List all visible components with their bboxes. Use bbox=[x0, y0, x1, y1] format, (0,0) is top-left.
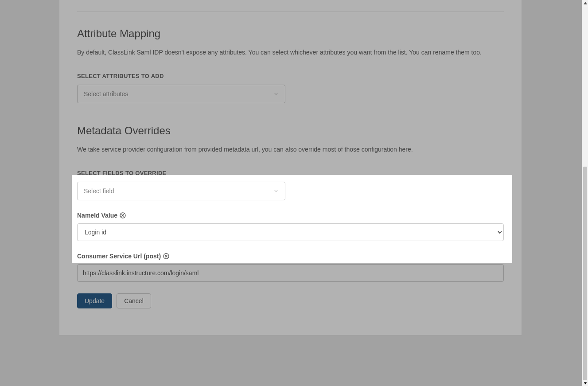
label-consumer-text: Consumer Service Url (post) bbox=[77, 253, 161, 260]
svg-marker-7 bbox=[584, 382, 586, 384]
label-nameid-text: NameId Value bbox=[77, 212, 117, 219]
chevron-down-icon bbox=[273, 91, 279, 97]
consumer-url-input[interactable] bbox=[77, 264, 504, 282]
select-attributes-placeholder: Select attributes bbox=[84, 90, 128, 97]
chevron-down-icon bbox=[273, 188, 279, 194]
select-fields-override-dropdown[interactable]: Select field bbox=[77, 182, 285, 200]
section-title-metadata-overrides: Metadata Overrides bbox=[77, 125, 504, 137]
field-select-override: Select fields to override Select field bbox=[77, 170, 504, 200]
section-title-attribute-mapping: Attribute Mapping bbox=[77, 27, 504, 40]
update-button[interactable]: Update bbox=[77, 293, 112, 308]
field-nameid-value: NameId Value Login id bbox=[77, 212, 504, 241]
attribute-mapping-section: Attribute Mapping By default, ClassLink … bbox=[77, 27, 504, 103]
section-desc-attribute-mapping: By default, ClassLink Saml IDP doesn't e… bbox=[77, 48, 504, 57]
nameid-value-select[interactable]: Login id bbox=[77, 223, 504, 241]
settings-card: Attribute Mapping By default, ClassLink … bbox=[59, 0, 522, 335]
scroll-up-button[interactable] bbox=[582, 0, 588, 6]
section-desc-metadata-overrides: We take service provider configuration f… bbox=[77, 145, 504, 154]
svg-marker-6 bbox=[584, 2, 586, 4]
select-fields-override-placeholder: Select field bbox=[84, 187, 114, 195]
label-consumer-url: Consumer Service Url (post) bbox=[77, 253, 504, 260]
vertical-scrollbar[interactable] bbox=[582, 6, 588, 380]
cancel-button[interactable]: Cancel bbox=[117, 293, 151, 308]
metadata-overrides-section: Metadata Overrides We take service provi… bbox=[77, 125, 504, 308]
remove-nameid-icon[interactable] bbox=[119, 212, 126, 219]
label-select-attributes: Select attributes to add bbox=[77, 73, 504, 79]
scroll-down-button[interactable] bbox=[582, 380, 588, 386]
label-nameid-value: NameId Value bbox=[77, 212, 504, 219]
page: Attribute Mapping By default, ClassLink … bbox=[0, 0, 588, 386]
dim-right bbox=[512, 175, 582, 263]
scrollbar-thumb[interactable] bbox=[583, 167, 587, 384]
label-select-fields-override: Select fields to override bbox=[77, 170, 504, 176]
divider bbox=[77, 12, 504, 12]
button-row: Update Cancel bbox=[77, 293, 504, 308]
select-attributes-dropdown[interactable]: Select attributes bbox=[77, 85, 285, 103]
field-consumer-url: Consumer Service Url (post) bbox=[77, 253, 504, 282]
remove-consumer-icon[interactable] bbox=[163, 253, 170, 260]
field-select-attributes: Select attributes to add Select attribut… bbox=[77, 73, 504, 103]
